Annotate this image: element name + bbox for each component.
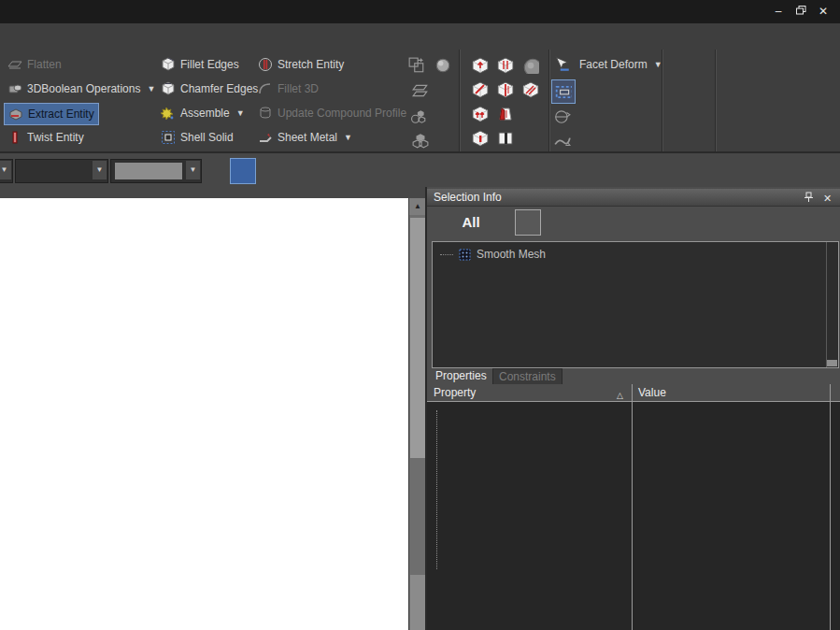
mesh-node-icon bbox=[459, 249, 471, 261]
select-all-button[interactable]: All bbox=[459, 209, 483, 234]
scrollbar-segment[interactable] bbox=[410, 575, 425, 630]
filter-button[interactable] bbox=[487, 209, 511, 234]
title-bar: – ✕ bbox=[0, 0, 840, 23]
grid-tree-line bbox=[436, 410, 438, 569]
grid-header[interactable]: Property △ Value bbox=[427, 384, 840, 402]
drawing-viewport[interactable] bbox=[0, 198, 408, 630]
cube-arrow-up-icon bbox=[471, 57, 490, 74]
selection-tree: Smooth Mesh bbox=[432, 241, 839, 368]
facet-surface-icon bbox=[554, 133, 571, 150]
ribbon-item-label: Fillet 3D bbox=[278, 82, 319, 95]
fillet-edges-icon bbox=[161, 57, 176, 72]
tab-properties[interactable]: Properties bbox=[435, 368, 487, 384]
color-combo[interactable]: ▼ bbox=[110, 159, 202, 183]
ribbon-item-label: 3DBoolean Operations bbox=[27, 82, 140, 95]
pin-button[interactable] bbox=[802, 192, 816, 205]
ribbon: 3D Modifications Surface Mesh Facet Opti… bbox=[0, 23, 840, 151]
tree-scrollbar[interactable] bbox=[826, 242, 827, 367]
chevron-down-icon: ▼ bbox=[186, 161, 200, 179]
fillet-edges-button[interactable]: Fillet Edges bbox=[157, 54, 243, 75]
ribbon-item-label: Extract Entity bbox=[28, 107, 94, 121]
minimize-button[interactable]: – bbox=[769, 4, 788, 19]
surface-mesh-cube-arrows-up-button[interactable] bbox=[469, 103, 491, 125]
chevron-down-icon: ▼ bbox=[0, 161, 11, 179]
sphere-shade-icon bbox=[434, 57, 451, 74]
pencil-tool-button[interactable] bbox=[204, 158, 228, 182]
surface-mesh-smooth-sphere-button[interactable] bbox=[520, 54, 542, 77]
layer-combo[interactable]: ▼ bbox=[15, 159, 108, 183]
facet-marquee-icon bbox=[555, 83, 572, 100]
surface-mesh-cube-vertical-edges-button[interactable] bbox=[494, 54, 517, 77]
panel-close-button[interactable]: ✕ bbox=[820, 192, 834, 205]
tool-cubes-gear-button[interactable] bbox=[407, 106, 430, 128]
surface-mesh-box-split-button[interactable] bbox=[494, 127, 517, 150]
flatten-icon bbox=[7, 57, 22, 72]
surface-mesh-cube-diagonal-button[interactable] bbox=[469, 79, 491, 101]
zoom-selection-button[interactable] bbox=[545, 209, 569, 234]
chevron-down-icon: ▼ bbox=[93, 161, 107, 179]
facet-facet-select-button[interactable] bbox=[551, 53, 574, 76]
sheet-metal-button[interactable]: Sheet Metal▼ bbox=[254, 127, 356, 148]
assemble-button[interactable]: Assemble▼ bbox=[157, 103, 249, 123]
partial-combo[interactable]: ▼ bbox=[0, 159, 13, 183]
extract-entity-icon bbox=[8, 107, 23, 122]
fillet-3d-icon bbox=[258, 81, 273, 96]
surface-mesh-cube-arrow-up-button[interactable] bbox=[469, 54, 491, 77]
viewport-vertical-scrollbar[interactable]: ▲ bbox=[408, 198, 426, 630]
grid-column-divider[interactable] bbox=[632, 384, 633, 630]
tool-skew-stack-button[interactable] bbox=[409, 79, 432, 102]
tool-sphere-shade-button[interactable] bbox=[432, 54, 454, 77]
chevron-down-icon: ▼ bbox=[147, 84, 155, 93]
surface-mesh-open-box-red-button[interactable] bbox=[494, 103, 517, 125]
chamfer-edges-button[interactable]: Chamfer Edges bbox=[157, 79, 262, 99]
scroll-up-button[interactable]: ▲ bbox=[409, 198, 426, 215]
tool-copy-faces-button[interactable] bbox=[406, 54, 428, 77]
panel-header: Selection Info ✕ bbox=[427, 189, 840, 207]
tool-cubes-stack-button[interactable] bbox=[409, 130, 432, 152]
close-button[interactable]: ✕ bbox=[814, 4, 833, 19]
facet-deform-button[interactable]: Facet Deform ▼ bbox=[576, 54, 666, 75]
3dboolean-operations-button[interactable]: 3DBoolean Operations▼ bbox=[4, 79, 159, 99]
render-scene-button[interactable] bbox=[230, 158, 256, 184]
properties-form-button[interactable] bbox=[433, 209, 457, 234]
extract-entity-button[interactable]: Extract Entity bbox=[4, 103, 99, 125]
twist-entity-button[interactable]: Twist Entity bbox=[4, 127, 88, 148]
cubes-gear-icon bbox=[410, 108, 427, 125]
scrollbar-thumb[interactable] bbox=[410, 218, 425, 458]
highlight-toggle-button[interactable] bbox=[515, 209, 541, 236]
stretch-entity-icon bbox=[258, 57, 273, 72]
shell-solid-icon bbox=[161, 130, 176, 145]
ribbon-item-label: Update Compound Profile bbox=[278, 107, 406, 120]
grid-header-property: Property bbox=[427, 386, 476, 399]
tree-item-label: Smooth Mesh bbox=[477, 248, 546, 261]
surface-mesh-cube-mark-button[interactable] bbox=[469, 127, 491, 150]
grid-header-value: Value bbox=[638, 384, 666, 401]
boolean-operations-icon bbox=[7, 81, 22, 96]
viewport-canvas[interactable] bbox=[0, 198, 408, 630]
stretch-entity-button[interactable]: Stretch Entity bbox=[254, 54, 348, 75]
sheet-metal-icon bbox=[258, 130, 273, 145]
facet-deform-label: Facet Deform bbox=[579, 58, 648, 71]
ribbon-item-label: Stretch Entity bbox=[278, 58, 344, 71]
tree-item-smooth-mesh[interactable]: Smooth Mesh bbox=[440, 247, 546, 262]
ribbon-item-label: Twist Entity bbox=[27, 131, 84, 144]
facet-sphere-icon bbox=[554, 108, 571, 125]
facet-facet-sphere-button[interactable] bbox=[551, 106, 574, 128]
cube-arrows-up-icon bbox=[471, 106, 490, 122]
cube-vertical-edges2-icon bbox=[496, 81, 515, 98]
skew-stack-icon bbox=[412, 82, 429, 99]
cubes-stack-icon bbox=[412, 133, 429, 150]
facet-facet-surface-button[interactable] bbox=[551, 130, 574, 152]
panel-title: Selection Info bbox=[434, 191, 502, 204]
shell-solid-button[interactable]: Shell Solid bbox=[157, 127, 237, 148]
ribbon-item-label: Chamfer Edges bbox=[180, 82, 258, 95]
surface-mesh-cube-vertical-edges2-button[interactable] bbox=[494, 79, 517, 101]
restore-button[interactable] bbox=[791, 4, 810, 19]
box-split-icon bbox=[496, 130, 515, 147]
facet-facet-marquee-button[interactable] bbox=[551, 79, 576, 104]
pin-icon bbox=[804, 192, 813, 202]
cube-vertical-edges-icon bbox=[496, 57, 515, 74]
assemble-icon bbox=[161, 106, 176, 121]
surface-mesh-cube-diagonals-button[interactable] bbox=[520, 79, 542, 101]
cube-diagonals-icon bbox=[521, 81, 540, 98]
